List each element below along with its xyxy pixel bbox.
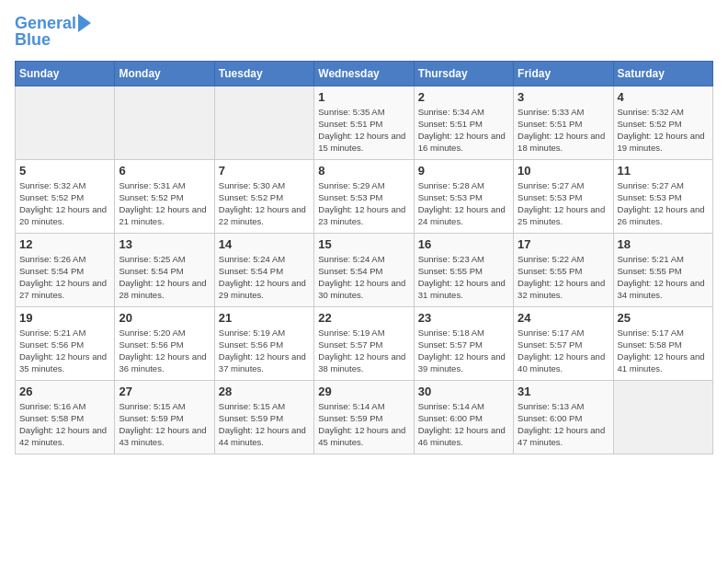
calendar-cell: 7Sunrise: 5:30 AMSunset: 5:52 PMDaylight…	[214, 159, 313, 233]
day-number: 9	[418, 164, 509, 178]
calendar-cell: 9Sunrise: 5:28 AMSunset: 5:53 PMDaylight…	[414, 159, 513, 233]
col-header-friday: Friday	[514, 61, 613, 86]
day-number: 15	[318, 237, 409, 251]
day-info: Sunrise: 5:15 AMSunset: 5:59 PMDaylight:…	[119, 400, 210, 449]
calendar-week-4: 19Sunrise: 5:21 AMSunset: 5:56 PMDayligh…	[16, 306, 713, 380]
day-number: 11	[618, 164, 709, 178]
col-header-tuesday: Tuesday	[214, 61, 313, 86]
calendar-week-3: 12Sunrise: 5:26 AMSunset: 5:54 PMDayligh…	[16, 233, 713, 306]
day-info: Sunrise: 5:31 AMSunset: 5:52 PMDaylight:…	[119, 179, 210, 228]
calendar-cell: 6Sunrise: 5:31 AMSunset: 5:52 PMDaylight…	[115, 159, 214, 233]
col-header-monday: Monday	[115, 61, 214, 86]
day-number: 3	[518, 90, 609, 104]
day-number: 24	[518, 311, 609, 325]
calendar-cell: 21Sunrise: 5:19 AMSunset: 5:56 PMDayligh…	[214, 306, 313, 380]
day-number: 13	[119, 237, 210, 251]
calendar-cell: 31Sunrise: 5:13 AMSunset: 6:00 PMDayligh…	[514, 380, 613, 454]
day-info: Sunrise: 5:34 AMSunset: 5:51 PMDaylight:…	[418, 106, 509, 155]
calendar-cell: 10Sunrise: 5:27 AMSunset: 5:53 PMDayligh…	[514, 159, 613, 233]
day-number: 21	[219, 311, 310, 325]
calendar-week-5: 26Sunrise: 5:16 AMSunset: 5:58 PMDayligh…	[16, 380, 713, 454]
day-number: 17	[518, 237, 609, 251]
day-number: 29	[318, 385, 409, 398]
day-number: 28	[219, 385, 310, 398]
calendar-cell: 16Sunrise: 5:23 AMSunset: 5:55 PMDayligh…	[414, 233, 513, 306]
calendar-cell: 3Sunrise: 5:33 AMSunset: 5:51 PMDaylight…	[514, 86, 613, 159]
calendar-cell: 5Sunrise: 5:32 AMSunset: 5:52 PMDaylight…	[16, 159, 115, 233]
calendar-cell	[214, 86, 313, 159]
calendar-cell: 2Sunrise: 5:34 AMSunset: 5:51 PMDaylight…	[414, 86, 513, 159]
day-number: 30	[418, 385, 509, 398]
day-info: Sunrise: 5:24 AMSunset: 5:54 PMDaylight:…	[219, 253, 310, 302]
calendar-cell: 8Sunrise: 5:29 AMSunset: 5:53 PMDaylight…	[314, 159, 414, 233]
day-number: 16	[418, 237, 509, 251]
calendar-cell: 20Sunrise: 5:20 AMSunset: 5:56 PMDayligh…	[115, 306, 214, 380]
day-info: Sunrise: 5:23 AMSunset: 5:55 PMDaylight:…	[418, 253, 509, 302]
day-info: Sunrise: 5:16 AMSunset: 5:58 PMDaylight:…	[19, 400, 110, 449]
logo: General Blue	[15, 15, 91, 50]
calendar-cell	[115, 86, 214, 159]
calendar-cell: 18Sunrise: 5:21 AMSunset: 5:55 PMDayligh…	[613, 233, 712, 306]
day-info: Sunrise: 5:21 AMSunset: 5:55 PMDaylight:…	[618, 253, 709, 302]
day-number: 23	[418, 311, 509, 325]
calendar-cell: 17Sunrise: 5:22 AMSunset: 5:55 PMDayligh…	[514, 233, 613, 306]
calendar-cell: 14Sunrise: 5:24 AMSunset: 5:54 PMDayligh…	[214, 233, 313, 306]
day-info: Sunrise: 5:18 AMSunset: 5:57 PMDaylight:…	[418, 327, 509, 375]
day-info: Sunrise: 5:30 AMSunset: 5:52 PMDaylight:…	[219, 179, 310, 228]
col-header-sunday: Sunday	[16, 61, 115, 86]
calendar-week-2: 5Sunrise: 5:32 AMSunset: 5:52 PMDaylight…	[16, 159, 713, 233]
day-info: Sunrise: 5:35 AMSunset: 5:51 PMDaylight:…	[318, 106, 409, 155]
day-number: 22	[318, 311, 409, 325]
day-info: Sunrise: 5:14 AMSunset: 5:59 PMDaylight:…	[318, 400, 409, 449]
calendar-cell: 4Sunrise: 5:32 AMSunset: 5:52 PMDaylight…	[613, 86, 712, 159]
day-info: Sunrise: 5:32 AMSunset: 5:52 PMDaylight:…	[618, 106, 709, 155]
day-info: Sunrise: 5:17 AMSunset: 5:57 PMDaylight:…	[518, 327, 609, 375]
day-info: Sunrise: 5:14 AMSunset: 6:00 PMDaylight:…	[418, 400, 509, 449]
day-number: 4	[618, 90, 709, 104]
day-number: 2	[418, 90, 509, 104]
calendar-cell: 11Sunrise: 5:27 AMSunset: 5:53 PMDayligh…	[613, 159, 712, 233]
day-info: Sunrise: 5:26 AMSunset: 5:54 PMDaylight:…	[19, 253, 110, 302]
calendar-cell: 1Sunrise: 5:35 AMSunset: 5:51 PMDaylight…	[314, 86, 414, 159]
day-number: 6	[119, 164, 210, 178]
day-number: 10	[518, 164, 609, 178]
day-number: 19	[19, 311, 110, 325]
calendar-cell: 27Sunrise: 5:15 AMSunset: 5:59 PMDayligh…	[115, 380, 214, 454]
day-number: 1	[318, 90, 409, 104]
day-info: Sunrise: 5:19 AMSunset: 5:56 PMDaylight:…	[219, 327, 310, 375]
calendar-cell: 30Sunrise: 5:14 AMSunset: 6:00 PMDayligh…	[414, 380, 513, 454]
calendar-cell: 28Sunrise: 5:15 AMSunset: 5:59 PMDayligh…	[214, 380, 313, 454]
calendar-table: SundayMondayTuesdayWednesdayThursdayFrid…	[15, 61, 713, 454]
day-info: Sunrise: 5:33 AMSunset: 5:51 PMDaylight:…	[518, 106, 609, 155]
col-header-saturday: Saturday	[613, 61, 712, 86]
calendar-cell	[613, 380, 712, 454]
day-number: 7	[219, 164, 310, 178]
day-number: 8	[318, 164, 409, 178]
day-number: 27	[119, 385, 210, 398]
calendar-cell: 29Sunrise: 5:14 AMSunset: 5:59 PMDayligh…	[314, 380, 414, 454]
calendar-cell	[16, 86, 115, 159]
calendar-cell: 15Sunrise: 5:24 AMSunset: 5:54 PMDayligh…	[314, 233, 414, 306]
calendar-cell: 12Sunrise: 5:26 AMSunset: 5:54 PMDayligh…	[16, 233, 115, 306]
day-info: Sunrise: 5:17 AMSunset: 5:58 PMDaylight:…	[618, 327, 709, 375]
day-info: Sunrise: 5:24 AMSunset: 5:54 PMDaylight:…	[318, 253, 409, 302]
logo-text-blue: Blue	[15, 31, 51, 50]
calendar-cell: 22Sunrise: 5:19 AMSunset: 5:57 PMDayligh…	[314, 306, 414, 380]
calendar-cell: 26Sunrise: 5:16 AMSunset: 5:58 PMDayligh…	[16, 380, 115, 454]
day-info: Sunrise: 5:29 AMSunset: 5:53 PMDaylight:…	[318, 179, 409, 228]
day-info: Sunrise: 5:22 AMSunset: 5:55 PMDaylight:…	[518, 253, 609, 302]
day-info: Sunrise: 5:20 AMSunset: 5:56 PMDaylight:…	[119, 327, 210, 375]
day-info: Sunrise: 5:27 AMSunset: 5:53 PMDaylight:…	[618, 179, 709, 228]
col-header-wednesday: Wednesday	[314, 61, 414, 86]
day-number: 20	[119, 311, 210, 325]
logo-arrow-icon	[78, 14, 91, 32]
day-info: Sunrise: 5:32 AMSunset: 5:52 PMDaylight:…	[19, 179, 110, 228]
day-info: Sunrise: 5:15 AMSunset: 5:59 PMDaylight:…	[219, 400, 310, 449]
day-number: 31	[518, 385, 609, 398]
day-info: Sunrise: 5:28 AMSunset: 5:53 PMDaylight:…	[418, 179, 509, 228]
col-header-thursday: Thursday	[414, 61, 513, 86]
day-number: 12	[19, 237, 110, 251]
day-number: 5	[19, 164, 110, 178]
day-number: 25	[618, 311, 709, 325]
calendar-cell: 13Sunrise: 5:25 AMSunset: 5:54 PMDayligh…	[115, 233, 214, 306]
